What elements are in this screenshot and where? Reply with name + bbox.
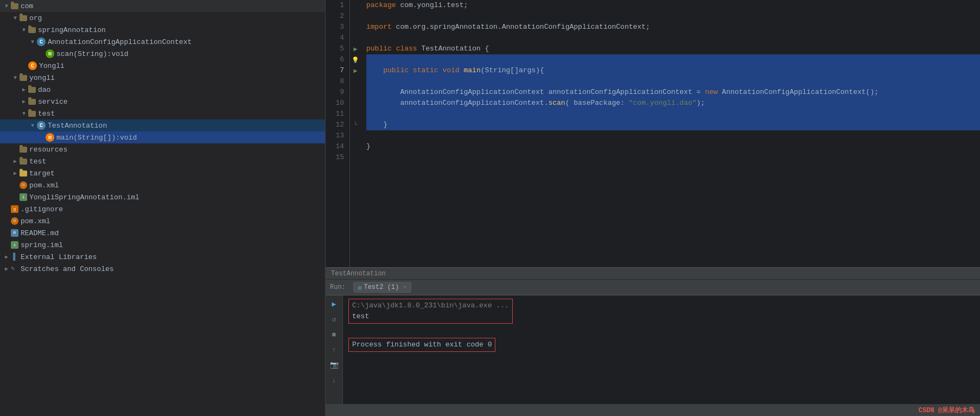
class-icon-yongli: C [28, 61, 37, 70]
arrow-target[interactable] [11, 170, 20, 177]
console-box-2: Process finished with exit code 0 [348, 338, 495, 352]
console-camera-btn[interactable]: 📷 [329, 360, 340, 370]
run-toolbar: Run: ▣ Test2 (1) × [326, 279, 980, 295]
label-dao: dao [38, 86, 50, 94]
label-service: service [38, 98, 68, 106]
label-external-libs: External Libraries [21, 253, 97, 261]
editor-area: 1 2 3 4 5 6 7 8 9 10 11 12 13 14 15 [326, 0, 980, 416]
tree-item-pom-root[interactable]: m pom.xml [0, 215, 325, 227]
tree-item-external-libs[interactable]: ▐ External Libraries [0, 251, 325, 263]
arrow-org[interactable] [11, 15, 20, 21]
tree-item-spring-iml[interactable]: i spring.iml [0, 239, 325, 251]
run-tab-label: Test2 (1) [364, 283, 399, 291]
code-line-9: AnnotationConfigApplicationContext annot… [366, 87, 980, 98]
tree-item-main[interactable]: m main(String[]):void [0, 131, 325, 143]
iml-icon-yongli: i [20, 193, 27, 201]
maven-icon-pom-sub: m [20, 181, 27, 189]
git-icon: g [11, 205, 18, 213]
console-run-btn[interactable]: ▶ [329, 299, 340, 310]
arrow-annotationConfig[interactable] [28, 39, 37, 45]
gutter-11 [350, 109, 361, 119]
gutter-2 [350, 11, 361, 22]
gutter-13 [350, 130, 361, 141]
folder-icon-yongli [20, 75, 27, 81]
code-line-14: } [366, 141, 980, 152]
code-line-13 [366, 130, 980, 141]
run-icon-7[interactable]: ▶ [353, 67, 357, 75]
console-box-1: C:\java\jdk1.8.0_231\bin\java.exe ... te… [348, 299, 513, 324]
code-line-10: annotationConfigApplicationContext.scan(… [366, 98, 980, 109]
console-down-btn[interactable]: ↓ [329, 375, 340, 386]
run-tab-close[interactable]: × [403, 285, 406, 291]
arrow-test2[interactable] [11, 158, 20, 165]
code-line-4 [366, 33, 980, 43]
method-icon-main: m [46, 133, 54, 142]
lightbulb-icon[interactable]: 💡 [352, 56, 359, 64]
line-num-1: 1 [326, 0, 344, 11]
run-tab[interactable]: ▣ Test2 (1) × [353, 282, 411, 293]
console-toolbar: ▶ ↺ ■ ↑ 📷 ↓ [326, 295, 343, 404]
folder-icon-resources [20, 147, 27, 153]
gutter-14 [350, 141, 361, 152]
arrow-scratches[interactable] [2, 266, 11, 272]
console-rerun-btn[interactable]: ↺ [329, 314, 340, 325]
label-TestAnnotation: TestAnnotation [48, 122, 107, 130]
console-stop-btn[interactable]: ■ [329, 329, 340, 340]
gutter-15 [350, 152, 361, 163]
code-line-7: public static void main(String[]args){ [366, 65, 980, 76]
tree-item-org[interactable]: org [0, 12, 325, 24]
folder-icon-springAnnotation [28, 27, 36, 33]
tree-item-target[interactable]: target [0, 167, 325, 179]
arrow-external-libs[interactable] [2, 254, 11, 260]
tree-item-yongli-iml[interactable]: i YongliSpringAnnotation.iml [0, 191, 325, 203]
tree-item-dao[interactable]: dao [0, 84, 325, 96]
run-tab-icon: ▣ [358, 284, 362, 291]
folder-icon-org [20, 15, 27, 21]
tree-item-springAnnotation[interactable]: springAnnotation [0, 24, 325, 36]
code-line-2 [366, 11, 980, 22]
arrow-yongli-folder[interactable] [11, 75, 20, 81]
label-springAnnotation: springAnnotation [38, 26, 106, 34]
console-line-2: test [352, 311, 509, 322]
editor-content: 1 2 3 4 5 6 7 8 9 10 11 12 13 14 15 [326, 0, 980, 267]
code-line-1: package com.yongli.test; [366, 0, 980, 11]
tree-item-pom-sub[interactable]: m pom.xml [0, 179, 325, 191]
console-up-btn[interactable]: ↑ [329, 344, 340, 355]
arrow-springAnnotation[interactable] [20, 27, 28, 33]
arrow-test-folder[interactable] [20, 111, 28, 117]
tree-item-test-folder[interactable]: test [0, 108, 325, 119]
tree-item-resources[interactable]: resources [0, 143, 325, 155]
code-content[interactable]: package com.yongli.test; import com.org.… [361, 0, 980, 267]
tree-item-gitignore[interactable]: g .gitignore [0, 203, 325, 215]
tree-item-scratches[interactable]: ✎ Scratches and Consoles [0, 263, 325, 275]
folder-icon-test [28, 111, 36, 117]
line-num-15: 15 [326, 152, 344, 163]
tree-item-test2[interactable]: test [0, 155, 325, 167]
arrow-TestAnnotation[interactable] [28, 123, 37, 129]
tree-item-yongli-folder[interactable]: yongli [0, 72, 325, 84]
gutter-9 [350, 87, 361, 98]
run-icon-5[interactable]: ▶ [353, 45, 357, 53]
tree-item-scan[interactable]: m scan(String):void [0, 48, 325, 60]
tree-item-com[interactable]: com [0, 0, 325, 12]
tree-item-TestAnnotation[interactable]: C TestAnnotation [0, 119, 325, 131]
label-scratches: Scratches and Consoles [21, 265, 114, 273]
sidebar[interactable]: com org springAnnotation C AnnotationCon… [0, 0, 326, 416]
fold-icon[interactable]: └ [353, 121, 357, 129]
arrow-service[interactable] [20, 98, 28, 105]
folder-icon-service [28, 99, 36, 105]
console-area: ▶ ↺ ■ ↑ 📷 ↓ C:\java\jdk1.8.0_231\bin\jav… [326, 295, 980, 404]
tree-item-readme[interactable]: R README.md [0, 227, 325, 239]
gutter: ▶ 💡 ▶ └ [350, 0, 361, 267]
folder-icon-test2 [20, 159, 27, 165]
code-line-12: } [366, 119, 980, 130]
console-output[interactable]: C:\java\jdk1.8.0_231\bin\java.exe ... te… [343, 295, 980, 404]
arrow-dao[interactable] [20, 86, 28, 93]
tree-item-yongli-class[interactable]: C Yongli [0, 60, 325, 72]
tree-item-service[interactable]: service [0, 96, 325, 108]
label-target: target [29, 169, 55, 178]
tree-item-annotationConfig[interactable]: C AnnotationConfigApplicationContext [0, 36, 325, 48]
code-line-5: public class TestAnnotation { [366, 43, 980, 54]
arrow-com[interactable] [2, 3, 11, 9]
maven-icon-pom-root: m [11, 217, 18, 225]
